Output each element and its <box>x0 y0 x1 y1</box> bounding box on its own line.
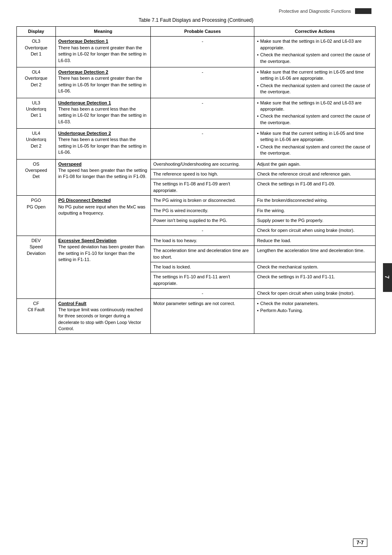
display-cell: CF Ctl Fault <box>17 298 56 334</box>
meaning-cell: Control FaultThe torque limit was contin… <box>55 298 150 334</box>
main-table: Display Meaning Probable Causes Correcti… <box>16 26 376 334</box>
actions-cell: Make sure that the settings in L6-02 and… <box>254 98 376 129</box>
action-bullet: Check the motor parameters. <box>257 301 373 307</box>
action-bullet: Check the mechanical system and correct … <box>257 83 373 95</box>
action-cell: Check the reference circuit and referenc… <box>254 169 376 179</box>
meaning-cell: Undertorque Detection 1There has been a … <box>55 98 150 129</box>
table-row: OL4 Overtorque Det 2Overtorque Detection… <box>17 67 376 98</box>
meaning-title: Undertorque Detection 1 <box>58 100 111 105</box>
meaning-cell: Undertorque Detection 2There has been a … <box>55 129 150 160</box>
meaning-cell: OverspeedThe speed has been greater than… <box>55 159 150 196</box>
action-bullet: Make sure that the current setting in L6… <box>257 69 373 82</box>
action-cell: Check for open circuit when using brake … <box>254 289 376 298</box>
meaning-cell: Excessive Speed DeviationThe speed devia… <box>55 236 150 298</box>
action-cell: Check the settings in F1-10 and F1-11. <box>254 272 376 289</box>
table-row: OL3 Overtorque Det 1Overtorque Detection… <box>17 37 376 67</box>
meaning-cell: Overtorque Detection 1There has been a c… <box>55 37 150 67</box>
action-cell: Check the mechanical system. <box>254 262 376 272</box>
action-cell: Fix the wiring. <box>254 206 376 215</box>
causes-cell: - <box>151 98 254 129</box>
action-bullet: Make sure that the current setting in L6… <box>257 130 373 143</box>
action-cell: Lengthen the acceleration time and decel… <box>254 246 376 262</box>
meaning-cell: Overtorque Detection 2There has been a c… <box>55 67 150 98</box>
action-bullet: Check the mechanical system and correct … <box>257 113 373 126</box>
section-tab: 7 <box>383 263 392 292</box>
cause-cell: The load is locked. <box>151 262 254 272</box>
cause-cell: The settings in F1-10 and F1-11 aren't a… <box>151 272 254 289</box>
col-header-causes: Probable Causes <box>151 27 254 37</box>
col-header-actions: Corrective Actions <box>254 27 376 37</box>
meaning-title: Overtorque Detection 1 <box>58 39 108 44</box>
causes-cell: - <box>151 37 254 67</box>
display-cell: PGO PG Open <box>17 196 56 236</box>
action-cell: Supply power to the PG properly. <box>254 215 376 225</box>
action-bullet: Check the mechanical system and correct … <box>257 52 373 65</box>
cause-cell: The PG is wired incorrectly. <box>151 206 254 215</box>
cause-cell: The load is too heavy. <box>151 236 254 245</box>
display-cell: UL4 Undertorq Det 2 <box>17 129 56 160</box>
cause-cell: The settings in F1-08 and F1-09 aren't a… <box>151 179 254 196</box>
action-cell: Reduce the load. <box>254 236 376 245</box>
cause-cell: The reference speed is too high. <box>151 169 254 179</box>
header-bar: Protective and Diagnostic Functions <box>16 8 376 14</box>
actions-cell: Make sure that the current setting in L6… <box>254 67 376 98</box>
cause-cell: - <box>151 226 254 236</box>
actions-cell: Make sure that the current setting in L6… <box>254 129 376 160</box>
meaning-cell: PG Disconnect DetectedNo PG pulse were i… <box>55 196 150 236</box>
table-row: DEV Speed DeviationExcessive Speed Devia… <box>17 236 376 245</box>
display-cell: OL3 Overtorque Det 1 <box>17 37 56 67</box>
cause-cell: The PG wiring is broken or disconnected. <box>151 196 254 206</box>
display-cell: OS Overspeed Det <box>17 159 56 196</box>
action-bullet: Perform Auto-Tuning. <box>257 308 373 314</box>
table-row: OS Overspeed DetOverspeedThe speed has b… <box>17 159 376 169</box>
table-row: CF Ctl FaultControl FaultThe torque limi… <box>17 298 376 334</box>
display-cell: UL3 Undertorq Det 1 <box>17 98 56 129</box>
header-title: Protective and Diagnostic Functions <box>279 9 351 14</box>
meaning-title: Excessive Speed Deviation <box>58 238 117 243</box>
table-row: UL3 Undertorq Det 1Undertorque Detection… <box>17 98 376 129</box>
action-cell: Adjust the gain again. <box>254 159 376 169</box>
col-header-meaning: Meaning <box>55 27 150 37</box>
page-number: 7-7 <box>353 539 367 547</box>
action-cell: Check the motor parameters.Perform Auto-… <box>254 298 376 334</box>
meaning-title: Undertorque Detection 2 <box>58 131 111 136</box>
cause-cell: Power isn't being supplied to the PG. <box>151 215 254 225</box>
action-cell: Check for open circuit when using brake … <box>254 226 376 236</box>
causes-cell: - <box>151 129 254 160</box>
action-bullet: Check the mechanical system and correct … <box>257 144 373 157</box>
table-row: PGO PG OpenPG Disconnect DetectedNo PG p… <box>17 196 376 206</box>
cause-cell: The acceleration time and deceleration t… <box>151 246 254 262</box>
table-row: UL4 Undertorq Det 2Undertorque Detection… <box>17 129 376 160</box>
display-cell: OL4 Overtorque Det 2 <box>17 67 56 98</box>
meaning-title: PG Disconnect Detected <box>58 198 111 203</box>
causes-cell: - <box>151 67 254 98</box>
cause-cell: Overshooting/Undershooting are occurring… <box>151 159 254 169</box>
meaning-title: Overtorque Detection 2 <box>58 69 108 74</box>
display-cell: DEV Speed Deviation <box>17 236 56 298</box>
table-header-row: Display Meaning Probable Causes Correcti… <box>17 27 376 37</box>
meaning-title: Overspeed <box>58 162 82 166</box>
col-header-display: Display <box>17 27 56 37</box>
cause-cell: - <box>151 289 254 298</box>
page-number-area: 7-7 <box>353 539 367 547</box>
action-bullet: Make sure that the settings in L6-02 and… <box>257 100 373 113</box>
table-title: Table 7.1 Fault Displays and Processing … <box>16 17 376 23</box>
header-accent <box>355 8 371 14</box>
meaning-title: Control Fault <box>58 301 86 306</box>
action-bullet: Make sure that the settings in L6-02 and… <box>257 38 373 51</box>
cause-cell: Motor parameter settings are not correct… <box>151 298 254 334</box>
action-cell: Check the settings in F1-08 and F1-09. <box>254 179 376 196</box>
actions-cell: Make sure that the settings in L6-02 and… <box>254 37 376 67</box>
page-container: Protective and Diagnostic Functions Tabl… <box>0 0 392 555</box>
action-cell: Fix the broken/disconnected wiring. <box>254 196 376 206</box>
